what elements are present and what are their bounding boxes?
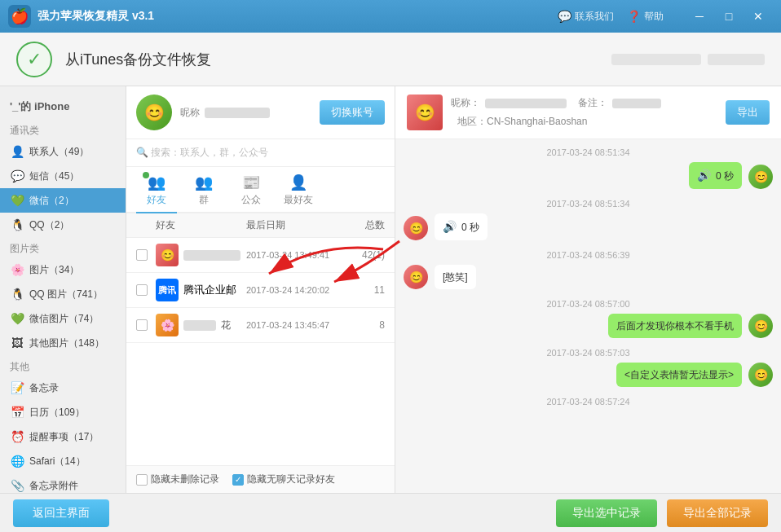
qq-photos-icon: 🐧 [10,287,24,301]
msg-time: 2017-03-24 08:57:03 [404,348,773,358]
bottom-options: 隐藏未删除记录 ✓ 隐藏无聊天记录好友 [126,465,395,493]
header-count: 总数 [344,218,385,232]
section-photos: 图片类 [0,237,126,257]
hide-deleted-box[interactable] [136,474,148,486]
back-to-main-btn[interactable]: 返回主界面 [13,499,109,527]
tab-official[interactable]: 📰 公众 [231,167,271,212]
tab-recent-friends[interactable]: 👤 最好友 [278,167,319,212]
bottom-bar: 返回主界面 导出选中记录 导出全部记录 [0,493,781,532]
sidebar-item-other-photos[interactable]: 🖼 其他图片（148） [0,331,126,355]
msg-avatar-left: 😊 [404,216,428,240]
msg-time: 2017-03-24 08:57:24 [404,397,773,407]
friend-list: 😊 2017-03-24 13:49:41 42(1) [126,238,395,465]
export-selected-btn[interactable]: 导出选中记录 [556,499,657,527]
sidebar-item-notes-attach[interactable]: 📎 备忘录附件 [0,473,126,493]
sidebar-item-safari[interactable]: 🌐 Safari（14） [0,449,126,473]
tab-friends[interactable]: 👥 好友 [136,167,177,213]
table-row[interactable]: 😊 2017-03-24 13:49:41 42(1) [126,238,395,273]
safari-icon: 🌐 [10,454,24,468]
friend2-count: 11 [344,284,385,296]
friend1-date: 2017-03-24 13:49:41 [246,250,344,260]
hide-no-chat-checkbox[interactable]: ✓ 隐藏无聊天记录好友 [232,473,335,486]
voice-duration: 0 秒 [716,169,734,183]
friend1-name-blurred [183,250,240,261]
close-btn[interactable]: ✕ [743,0,773,33]
friend3-name-suffix: 花 [221,319,231,332]
msg-bubble: 🔊 0 秒 [435,213,488,240]
chat-header: 😊 昵称： 备注： 地区：CN-Shanghai-Baoshan 导出 [395,86,781,139]
notes-icon: 📝 [10,380,24,395]
row3-checkbox[interactable] [136,319,148,331]
sidebar-item-reminders[interactable]: ⏰ 提醒事项（17） [0,424,126,449]
contacts-icon: 👤 [10,144,24,159]
friend1-count: 42(1) [344,249,385,261]
help-btn[interactable]: ❓ 帮助 [627,10,664,24]
export-all-btn[interactable]: 导出全部记录 [667,499,768,527]
wechat-user-avatar: 😊 [136,95,172,130]
voice-duration: 0 秒 [461,220,479,235]
official-tab-icon: 📰 [242,174,260,191]
page-title: 从iTunes备份文件恢复 [65,50,611,69]
sidebar-item-sms[interactable]: 💬 短信（45） [0,164,126,188]
wechat-icon: 💚 [10,193,24,208]
chat-remark-blurred [612,99,661,108]
sidebar-item-notes[interactable]: 📝 备忘录 [0,376,126,400]
export-btn[interactable]: 导出 [726,100,770,125]
sidebar-item-qq[interactable]: 🐧 QQ（2） [0,213,126,237]
msg-bubble: 后面才发现你根本不看手机 [608,314,742,338]
friend3-count: 8 [344,319,385,331]
friend3-date: 2017-03-24 13:45:47 [246,320,344,330]
sidebar-item-wechat[interactable]: 💚 微信（2） [0,188,126,213]
friend2-avatar: 腾讯 [156,279,179,301]
wechat-header: 😊 昵称 切换账号 [126,86,395,139]
hide-no-chat-box[interactable]: ✓ [232,474,244,486]
chat-header-info: 昵称： 备注： 地区：CN-Shanghai-Baoshan [451,96,717,129]
sidebar-item-wechat-photos[interactable]: 💚 微信图片（74） [0,306,126,331]
hide-deleted-checkbox[interactable]: 隐藏未删除记录 [136,473,219,486]
friend-list-header: 好友 最后日期 总数 [126,213,395,238]
section-comms: 通讯类 [0,119,126,139]
msg-avatar-right: 😊 [748,363,773,387]
notes-attach-icon: 📎 [10,478,24,493]
wechat-tabs: 👥 好友 👥 群 📰 公众 👤 最好友 [126,167,395,213]
calendar-icon: 📅 [10,405,24,420]
voice-icon: 🔊 [443,218,457,235]
section-other: 其他 [0,355,126,376]
wechat-photos-icon: 💚 [10,311,24,326]
photos-icon: 🌸 [10,262,24,277]
sidebar-item-qq-photos[interactable]: 🐧 QQ 图片（741） [0,282,126,306]
row1-checkbox[interactable] [136,249,148,261]
contact-us-btn[interactable]: 💬 联系我们 [558,10,614,24]
user-info [611,54,765,65]
app-title: 强力苹果恢复精灵 v3.1 [38,9,558,24]
sidebar-item-contacts[interactable]: 👤 联系人（49） [0,139,126,164]
voice-icon: 🔊 [697,167,711,184]
friends-tab-icon: 👥 [148,174,165,191]
minimize-btn[interactable]: ─ [685,0,714,33]
msg-avatar-right: 😊 [748,314,773,338]
msg-time: 2017-03-24 08:51:34 [404,147,773,157]
table-row[interactable]: 腾讯 腾讯企业邮 2017-03-24 14:20:02 11 [126,273,395,308]
search-bar: 🔍 搜索：联系人，群，公众号 [126,139,395,167]
user-name-blurred [708,54,765,65]
friend3-name-blurred [183,320,216,331]
table-row[interactable]: 🌸 花 2017-03-24 13:45:47 8 [126,308,395,343]
tab-groups[interactable]: 👥 群 [183,167,224,212]
search-icon: 🔍 [136,147,148,158]
msg-time: 2017-03-24 08:57:00 [404,299,773,309]
row2-checkbox[interactable] [136,284,148,296]
switch-account-btn[interactable]: 切换账号 [320,100,385,125]
nickname-blurred [205,108,270,118]
msg-time: 2017-03-24 08:56:39 [404,250,773,260]
chat-location: 地区：CN-Shanghai-Baoshan [457,115,587,129]
msg-bubble: 🔊 0 秒 [689,162,742,189]
app-icon: 🍎 [8,5,31,28]
msg-row: 😊 [憨笑] [404,265,773,289]
recent-tab-icon: 👤 [289,174,307,191]
sidebar-item-photos[interactable]: 🌸 图片（34） [0,257,126,282]
msg-row: 😊 <自定义表情暂无法显示> [404,363,773,387]
maximize-btn[interactable]: □ [714,0,743,33]
header-date: 最后日期 [246,218,344,232]
msg-avatar-right: 😊 [748,165,773,189]
sidebar-item-calendar[interactable]: 📅 日历（109） [0,400,126,424]
